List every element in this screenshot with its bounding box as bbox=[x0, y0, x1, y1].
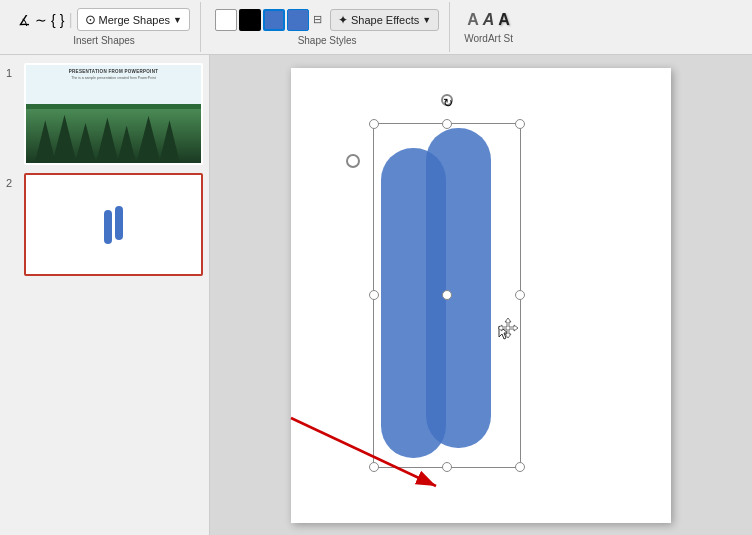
rotation-handle-top[interactable]: ↻ bbox=[441, 94, 453, 106]
wordart-items: A A A bbox=[467, 11, 510, 29]
wordart-a1: A bbox=[467, 11, 479, 29]
arc-icon: ∡ bbox=[18, 12, 31, 28]
shape-effects-button[interactable]: ✦ Shape Effects ▼ bbox=[330, 9, 439, 31]
slide-thumb-inner-1: PRESENTATION FROM POWERPOINT The is a sa… bbox=[26, 65, 201, 163]
tree1 bbox=[35, 120, 56, 163]
shapes-container[interactable]: ↻ bbox=[381, 128, 511, 488]
slide-thumbnail-1[interactable]: PRESENTATION FROM POWERPOINT The is a sa… bbox=[24, 63, 203, 165]
shape-effects-icon: ✦ bbox=[338, 13, 348, 27]
slide-number-2: 2 bbox=[6, 173, 18, 189]
merge-shapes-icon: ⊙ bbox=[85, 12, 96, 27]
insert-shapes-group: ∡ ∼ { } | ⊙ Merge Shapes ▼ Insert Shapes bbox=[8, 2, 201, 52]
swatch-blue2[interactable] bbox=[287, 9, 309, 31]
slide1-title: PRESENTATION FROM POWERPOINT bbox=[30, 69, 197, 74]
handle-top-right[interactable] bbox=[515, 119, 525, 129]
styles-expand-icon[interactable]: ⊟ bbox=[313, 13, 322, 26]
toolbar: ∡ ∼ { } | ⊙ Merge Shapes ▼ Insert Shapes… bbox=[0, 0, 752, 55]
merge-shapes-dropdown-icon: ▼ bbox=[173, 15, 182, 25]
pill-shape-right[interactable] bbox=[426, 128, 491, 448]
shape-styles-items: ⊟ ✦ Shape Effects ▼ bbox=[215, 9, 439, 31]
handle-bottom-center[interactable] bbox=[442, 462, 452, 472]
slide-number-1: 1 bbox=[6, 63, 18, 79]
slide-thumbnail-2[interactable] bbox=[24, 173, 203, 275]
slide-panel: 1 PRESENTATION FROM POWERPOINT The is a … bbox=[0, 55, 210, 535]
wordart-label: WordArt St bbox=[464, 33, 513, 44]
canvas-area[interactable]: ↻ bbox=[210, 55, 752, 535]
tree6 bbox=[136, 116, 161, 164]
mini-pill-right bbox=[115, 206, 123, 240]
handle-bottom-right[interactable] bbox=[515, 462, 525, 472]
handle-bottom-left[interactable] bbox=[369, 462, 379, 472]
forest-trees bbox=[26, 109, 201, 163]
swatch-black[interactable] bbox=[239, 9, 261, 31]
separator-v: | bbox=[68, 11, 72, 29]
shape-effects-dropdown-icon: ▼ bbox=[422, 15, 431, 25]
tree5 bbox=[117, 126, 136, 164]
wordart-group: A A A WordArt St bbox=[454, 2, 523, 52]
merge-shapes-button[interactable]: ⊙ Merge Shapes ▼ bbox=[77, 8, 190, 31]
slide-thumb-content-2 bbox=[26, 175, 201, 273]
mini-pill-left bbox=[104, 210, 112, 244]
curve-icon: ∼ bbox=[35, 12, 47, 28]
slide-thumb-content-1: PRESENTATION FROM POWERPOINT The is a sa… bbox=[26, 65, 201, 163]
cursor-icon bbox=[496, 323, 518, 350]
handle-mid-right[interactable] bbox=[515, 290, 525, 300]
shapes-thumb bbox=[26, 175, 201, 273]
main-layout: 1 PRESENTATION FROM POWERPOINT The is a … bbox=[0, 55, 752, 535]
tree7 bbox=[159, 120, 180, 163]
shape-styles-swatches bbox=[215, 9, 309, 31]
insert-shapes-label: Insert Shapes bbox=[73, 35, 135, 46]
shape-styles-group: ⊟ ✦ Shape Effects ▼ Shape Styles bbox=[205, 2, 450, 52]
wordart-a2: A bbox=[483, 11, 495, 29]
merge-shapes-label: Merge Shapes bbox=[99, 14, 171, 26]
handle-top-center[interactable] bbox=[442, 119, 452, 129]
wordart-a3: A bbox=[498, 11, 510, 29]
forest-thumb: PRESENTATION FROM POWERPOINT The is a sa… bbox=[26, 65, 201, 163]
swatch-white[interactable] bbox=[215, 9, 237, 31]
insert-shapes-buttons: ∡ ∼ { } | ⊙ Merge Shapes ▼ bbox=[18, 8, 190, 31]
swatch-blue[interactable] bbox=[263, 9, 285, 31]
tree2 bbox=[52, 115, 77, 164]
tree4 bbox=[96, 117, 119, 163]
brace-right-icon: } bbox=[60, 12, 65, 28]
slide1-body: The is a sample presentation created fro… bbox=[30, 76, 197, 81]
slide-item-1: 1 PRESENTATION FROM POWERPOINT The is a … bbox=[6, 63, 203, 165]
shape-effects-label: Shape Effects bbox=[351, 14, 419, 26]
shape-styles-label: Shape Styles bbox=[298, 35, 357, 46]
rotation-handle-left[interactable] bbox=[346, 154, 360, 168]
handle-mid-left[interactable] bbox=[369, 290, 379, 300]
tree3 bbox=[75, 123, 96, 164]
brace-left-icon: { bbox=[51, 12, 56, 28]
slide-canvas[interactable]: ↻ bbox=[291, 68, 671, 523]
handle-top-left[interactable] bbox=[369, 119, 379, 129]
svg-marker-2 bbox=[499, 326, 508, 339]
slide-thumb-inner-2 bbox=[26, 175, 201, 273]
slide-item-2: 2 bbox=[6, 173, 203, 275]
